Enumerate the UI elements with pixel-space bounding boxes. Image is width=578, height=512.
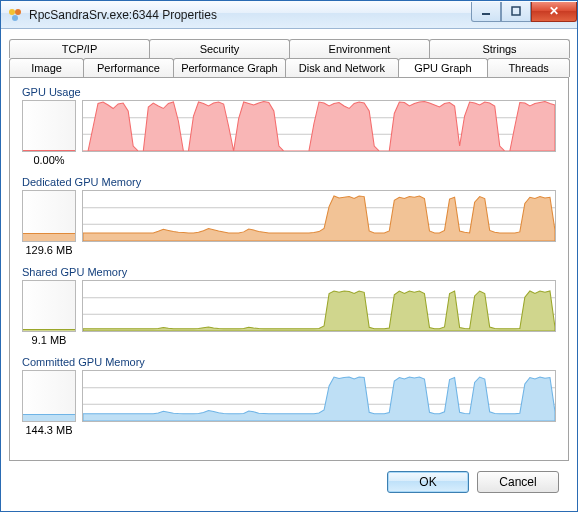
svg-point-1 bbox=[15, 9, 21, 15]
section-gpu-usage: GPU Usage 0.00% bbox=[22, 86, 556, 166]
mini-box-shared bbox=[22, 280, 76, 332]
svg-point-2 bbox=[12, 15, 18, 21]
window-title: RpcSandraSrv.exe:6344 Properties bbox=[29, 8, 471, 22]
graph-committed bbox=[82, 370, 556, 422]
client-area: TCP/IP Security Environment Strings Imag… bbox=[1, 29, 577, 511]
mini-box-gpu-usage bbox=[22, 100, 76, 152]
graph-gpu-usage bbox=[82, 100, 556, 152]
tab-row-1: TCP/IP Security Environment Strings bbox=[9, 39, 569, 58]
mini-label-gpu-usage: 0.00% bbox=[33, 154, 64, 166]
section-title-committed: Committed GPU Memory bbox=[22, 356, 556, 368]
tab-strings[interactable]: Strings bbox=[429, 39, 570, 58]
tab-environment[interactable]: Environment bbox=[289, 39, 430, 58]
mini-label-committed: 144.3 MB bbox=[25, 424, 72, 436]
mini-fill-gpu-usage bbox=[23, 150, 75, 151]
tab-gpu-graph[interactable]: GPU Graph bbox=[398, 58, 489, 77]
tab-performance[interactable]: Performance bbox=[83, 58, 174, 77]
section-title-shared: Shared GPU Memory bbox=[22, 266, 556, 278]
tab-disk-network[interactable]: Disk and Network bbox=[285, 58, 398, 77]
svg-rect-4 bbox=[512, 7, 520, 15]
tab-security[interactable]: Security bbox=[149, 39, 290, 58]
titlebar[interactable]: RpcSandraSrv.exe:6344 Properties ✕ bbox=[1, 1, 577, 29]
mini-shared: 9.1 MB bbox=[22, 280, 76, 346]
mini-dedicated: 129.6 MB bbox=[22, 190, 76, 256]
section-dedicated: Dedicated GPU Memory 129.6 MB bbox=[22, 176, 556, 256]
mini-gpu-usage: 0.00% bbox=[22, 100, 76, 166]
section-committed: Committed GPU Memory 144.3 MB bbox=[22, 356, 556, 436]
tab-threads[interactable]: Threads bbox=[487, 58, 570, 77]
dialog-footer: OK Cancel bbox=[9, 461, 569, 503]
graph-shared bbox=[82, 280, 556, 332]
mini-label-shared: 9.1 MB bbox=[32, 334, 67, 346]
section-shared: Shared GPU Memory 9.1 MB bbox=[22, 266, 556, 346]
mini-box-dedicated bbox=[22, 190, 76, 242]
tab-performance-graph[interactable]: Performance Graph bbox=[173, 58, 286, 77]
cancel-button[interactable]: Cancel bbox=[477, 471, 559, 493]
mini-fill-shared bbox=[23, 329, 75, 332]
app-icon bbox=[7, 7, 23, 23]
ok-button[interactable]: OK bbox=[387, 471, 469, 493]
graph-dedicated bbox=[82, 190, 556, 242]
close-button[interactable]: ✕ bbox=[531, 2, 577, 22]
mini-label-dedicated: 129.6 MB bbox=[25, 244, 72, 256]
maximize-button[interactable] bbox=[501, 2, 531, 22]
mini-box-committed bbox=[22, 370, 76, 422]
svg-rect-3 bbox=[482, 13, 490, 15]
properties-window: RpcSandraSrv.exe:6344 Properties ✕ TCP/I… bbox=[0, 0, 578, 512]
tab-tcpip[interactable]: TCP/IP bbox=[9, 39, 150, 58]
mini-fill-dedicated bbox=[23, 233, 75, 241]
svg-point-0 bbox=[9, 9, 15, 15]
section-title-gpu-usage: GPU Usage bbox=[22, 86, 556, 98]
mini-committed: 144.3 MB bbox=[22, 370, 76, 436]
tab-row-2: Image Performance Performance Graph Disk… bbox=[9, 58, 569, 77]
section-title-dedicated: Dedicated GPU Memory bbox=[22, 176, 556, 188]
gpu-graph-pane: GPU Usage 0.00% Dedicated GPU Memory bbox=[9, 77, 569, 461]
tab-image[interactable]: Image bbox=[9, 58, 84, 77]
mini-fill-committed bbox=[23, 414, 75, 421]
window-button-group: ✕ bbox=[471, 2, 577, 22]
minimize-button[interactable] bbox=[471, 2, 501, 22]
tabstrip: TCP/IP Security Environment Strings Imag… bbox=[9, 39, 569, 77]
